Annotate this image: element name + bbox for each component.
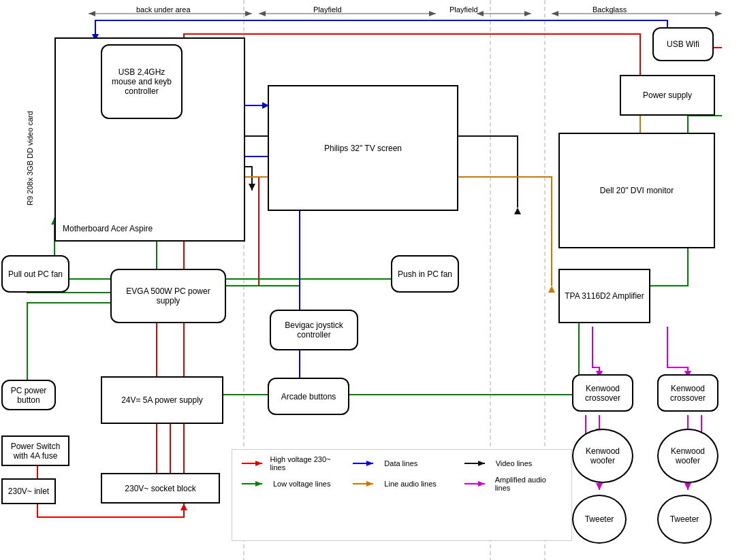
- power-supply-box: Power supply: [620, 75, 715, 116]
- kenwood-crossover-right-box: Kenwood crossover: [657, 374, 718, 412]
- svg-marker-4: [180, 504, 187, 510]
- svg-marker-23: [548, 286, 555, 293]
- bevigac-box: Bevigac joystick controller: [270, 310, 358, 350]
- power-switch-box: Power Switch with 4A fuse: [1, 435, 69, 466]
- legend-data: Data lines: [353, 455, 450, 472]
- svg-marker-39: [477, 11, 484, 16]
- svg-marker-21: [514, 208, 521, 214]
- legend-amplified-audio: Amplified audio lines: [464, 476, 562, 492]
- section-arrows: [89, 8, 252, 19]
- svg-marker-34: [245, 11, 252, 16]
- legend-box: High voltage 230~ lines Data lines Video…: [232, 449, 572, 541]
- usb-wifi-box: USB Wifi: [652, 27, 714, 61]
- svg-marker-40: [524, 11, 531, 16]
- push-in-fan-box: Push in PC fan: [391, 255, 459, 293]
- kenwood-woofer-left-box: Kenwood woofer: [572, 429, 633, 483]
- evga-supply-box: EVGA 500W PC power supply: [110, 269, 226, 323]
- section-arrows3: [477, 8, 531, 19]
- kenwood-woofer-right-box: Kenwood woofer: [657, 429, 718, 483]
- svg-marker-47: [366, 461, 373, 466]
- svg-marker-43: [715, 11, 722, 16]
- label-playfield-right: Playfield: [449, 5, 478, 14]
- philips-tv-box: Philips 32" TV screen: [268, 85, 458, 211]
- svg-marker-33: [89, 11, 95, 16]
- svg-marker-45: [255, 461, 262, 466]
- diagram: back under area Playfield Playfield Back…: [0, 0, 743, 560]
- legend-line-audio: Line audio lines: [353, 476, 450, 492]
- arcade-buttons-box: Arcade buttons: [268, 378, 349, 415]
- legend-data-label: Data lines: [384, 459, 417, 467]
- pc-power-button-box: PC power button: [1, 380, 56, 410]
- legend-high-voltage-label: High voltage 230~ lines: [270, 455, 340, 472]
- svg-marker-36: [259, 11, 266, 16]
- legend-low-voltage-label: Low voltage lines: [273, 480, 330, 488]
- svg-marker-42: [552, 11, 558, 16]
- tweeter-right-box: Tweeter: [657, 495, 712, 544]
- section-arrows2: [259, 8, 436, 19]
- tpa-amp-box: TPA 3116D2 Amplifier: [558, 269, 650, 323]
- legend-high-voltage: High voltage 230~ lines: [242, 455, 339, 472]
- svg-marker-28: [596, 483, 603, 490]
- supply-24v-box: 24V= 5A power supply: [101, 376, 223, 424]
- pull-out-fan-box: Pull out PC fan: [1, 255, 69, 293]
- svg-marker-53: [366, 481, 373, 487]
- svg-marker-37: [429, 11, 436, 16]
- inlet-230v-box: 230V~ inlet: [1, 478, 56, 504]
- svg-marker-29: [684, 483, 691, 490]
- video-card-label: R9 208x 3GB DD video card: [4, 105, 55, 211]
- tweeter-left-box: Tweeter: [572, 495, 627, 544]
- legend-amplified-audio-label: Amplified audio lines: [495, 476, 562, 492]
- legend-line-audio-label: Line audio lines: [384, 480, 436, 488]
- legend-video: Video lines: [464, 455, 562, 472]
- legend-low-voltage: Low voltage lines: [242, 476, 339, 492]
- socket-block-box: 230V~ socket block: [101, 473, 220, 504]
- motherboard-label: Motherboard Acer Aspire: [63, 224, 153, 233]
- section-arrows4: [552, 8, 722, 19]
- kenwood-crossover-left-box: Kenwood crossover: [572, 374, 633, 412]
- dell-monitor-box: Dell 20" DVI monitor: [558, 133, 715, 248]
- svg-marker-20: [249, 184, 255, 191]
- svg-marker-51: [255, 481, 262, 487]
- svg-marker-49: [478, 461, 485, 466]
- svg-marker-55: [478, 481, 485, 487]
- legend-video-label: Video lines: [496, 459, 533, 467]
- usb-controller-box: USB 2,4GHz mouse and keyb controller: [101, 44, 183, 119]
